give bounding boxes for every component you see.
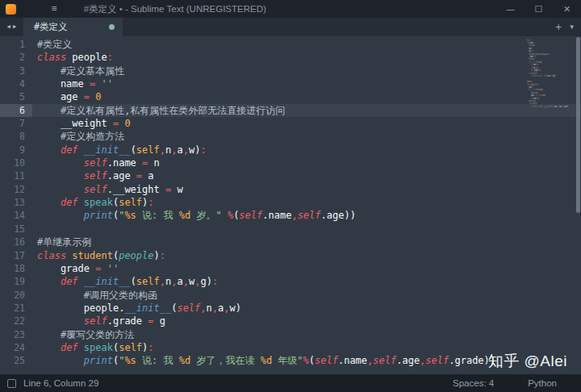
window-titlebar: ≡ #类定义 • - Sublime Text (UNREGISTERED) —… [0, 0, 581, 18]
line-number: 19 [0, 275, 32, 288]
code-line[interactable]: 6 #定义私有属性,私有属性在类外部无法直接进行访问 [0, 104, 581, 117]
line-number: 3 [0, 65, 32, 77]
code-line[interactable]: 9 def __init__(self,n,a,w): [0, 144, 581, 156]
tab-overflow-button[interactable]: ▼ [570, 24, 574, 31]
code-line[interactable]: 20 #调用父类的构函 [0, 289, 581, 302]
line-number: 11 [0, 169, 32, 182]
line-number: 10 [0, 156, 32, 169]
code-line[interactable]: 16#单继承示例 [0, 236, 581, 248]
code-line[interactable]: 10 self.name = n [0, 156, 581, 169]
tab-label: #类定义 [34, 21, 67, 33]
line-number: 13 [0, 196, 32, 209]
close-button[interactable]: ✕ [553, 0, 581, 18]
code-line[interactable]: 3 #定义基本属性 [0, 65, 581, 77]
watermark: 知乎 @Alei [488, 351, 567, 372]
line-number: 1 [0, 38, 32, 51]
code-line[interactable]: 8 #定义构造方法 [0, 130, 581, 143]
nav-forward-icon[interactable]: ▶ [13, 24, 16, 30]
code-line[interactable]: 7 __weight = 0 [0, 117, 581, 130]
indent-setting[interactable]: Spaces: 4 [453, 378, 494, 388]
line-number: 4 [0, 77, 32, 90]
code-lines: 1#类定义2class people:3 #定义基本属性4 name = ''5… [0, 38, 581, 368]
minimize-button[interactable]: — [496, 0, 525, 18]
modified-dot-icon [109, 24, 115, 30]
minimap-content: #类定义class people: #定义基本属性 name = '' age … [527, 39, 574, 108]
code-line[interactable]: 14 print("%s 说: 我 %d 岁。" %(self.name,sel… [0, 209, 581, 222]
tab-nav-box: ◀ ▶ [0, 18, 23, 36]
line-number: 6 [0, 104, 32, 117]
line-number: 8 [0, 130, 32, 143]
panel-toggle-icon[interactable] [7, 379, 16, 388]
status-bar: Line 6, Column 29 Spaces: 4 Python [0, 374, 581, 392]
cursor-position: Line 6, Column 29 [23, 378, 98, 388]
line-number: 14 [0, 209, 32, 222]
code-line[interactable]: 22 self.grade = g [0, 315, 581, 327]
code-line[interactable]: 18 grade = '' [0, 262, 581, 275]
sublime-logo-icon [6, 4, 16, 15]
line-number: 17 [0, 249, 32, 262]
line-number: 23 [0, 328, 32, 341]
code-line[interactable]: 12 self.__weight = w [0, 183, 581, 196]
code-line[interactable]: 17class student(people): [0, 249, 581, 262]
code-line[interactable]: 5 age = 0 [0, 90, 581, 103]
menu-icon[interactable]: ≡ [52, 0, 57, 18]
line-number: 12 [0, 183, 32, 196]
maximize-button[interactable]: ☐ [525, 0, 553, 18]
line-number: 20 [0, 289, 32, 302]
line-number: 25 [0, 354, 32, 367]
line-number: 18 [0, 262, 32, 275]
code-line[interactable]: 2class people: [0, 51, 581, 64]
code-line[interactable]: 11 self.age = a [0, 169, 581, 182]
tab-bar: ◀ ▶ #类定义 + ▼ [0, 18, 581, 36]
code-line[interactable]: 19 def __init__(self,n,a,w,g): [0, 275, 581, 288]
sublime-window: ≡ #类定义 • - Sublime Text (UNREGISTERED) —… [0, 0, 581, 392]
syntax-name[interactable]: Python [528, 378, 557, 388]
code-line[interactable]: 1#类定义 [0, 38, 581, 51]
new-tab-button[interactable]: + [555, 22, 562, 32]
code-line[interactable]: 13 def speak(self): [0, 196, 581, 209]
window-title: #类定义 • - Sublime Text (UNREGISTERED) [84, 3, 266, 15]
scrollbar-thumb[interactable] [576, 37, 580, 213]
minimap[interactable]: #类定义class people: #定义基本属性 name = '' age … [527, 39, 574, 129]
line-number: 24 [0, 341, 32, 354]
line-number: 21 [0, 302, 32, 315]
code-line[interactable]: 15 [0, 223, 581, 236]
tab-classdef[interactable]: #类定义 [23, 18, 123, 36]
nav-back-icon[interactable]: ◀ [7, 24, 10, 30]
line-number: 2 [0, 51, 32, 64]
line-number: 22 [0, 315, 32, 327]
code-line[interactable]: 21 people.__init__(self,n,a,w) [0, 302, 581, 315]
line-number: 16 [0, 236, 32, 248]
editor[interactable]: 1#类定义2class people:3 #定义基本属性4 name = ''5… [0, 36, 581, 374]
code-line[interactable]: 4 name = '' [0, 77, 581, 90]
line-number: 7 [0, 117, 32, 130]
line-number: 15 [0, 223, 32, 236]
code-line[interactable]: 23 #覆写父类的方法 [0, 328, 581, 341]
line-number: 5 [0, 90, 32, 103]
line-number: 9 [0, 144, 32, 156]
